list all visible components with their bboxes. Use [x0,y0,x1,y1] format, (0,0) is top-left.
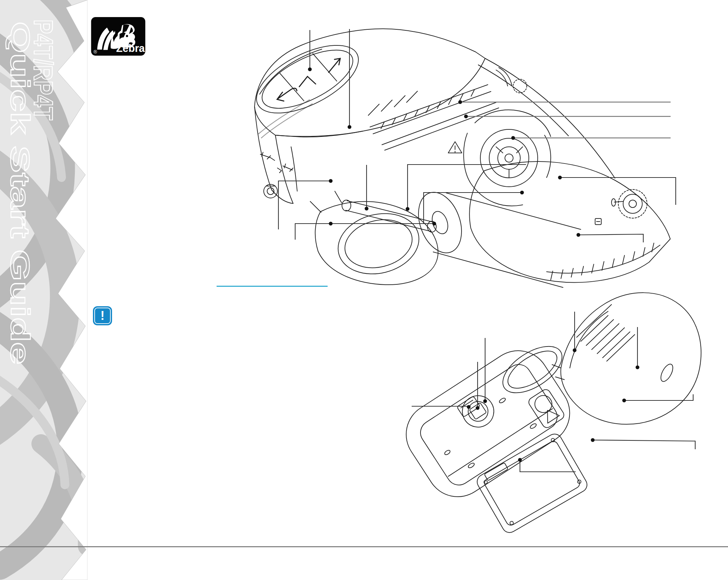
comm-port-icon [277,164,293,173]
power-button-arrow-icon [277,88,297,101]
figure-printer-bottom [394,293,701,535]
footer-horizontal-rule [0,546,728,547]
warning-triangle-icon [448,142,462,153]
select-button-chevron-icon [299,76,316,87]
printer-body-bottom [394,327,599,509]
front-cover-window [310,191,438,285]
figure-printer-open-top [246,29,676,287]
figure2-callout-leaders [412,312,695,472]
battery-pack [475,431,590,535]
media-cover-open [469,161,670,282]
cyan-underline-rule [217,286,328,287]
strap-d-ring [264,184,277,198]
important-note-icon: ! [93,306,112,325]
figures-canvas [0,0,728,580]
media-cover-gear [612,189,647,218]
feed-button-arrow-icon [329,58,340,72]
control-pad [246,31,369,127]
exclamation-glyph: ! [93,306,112,325]
media-roll [411,186,581,287]
ribbon-hub [464,110,551,206]
platen-roller [342,200,436,232]
